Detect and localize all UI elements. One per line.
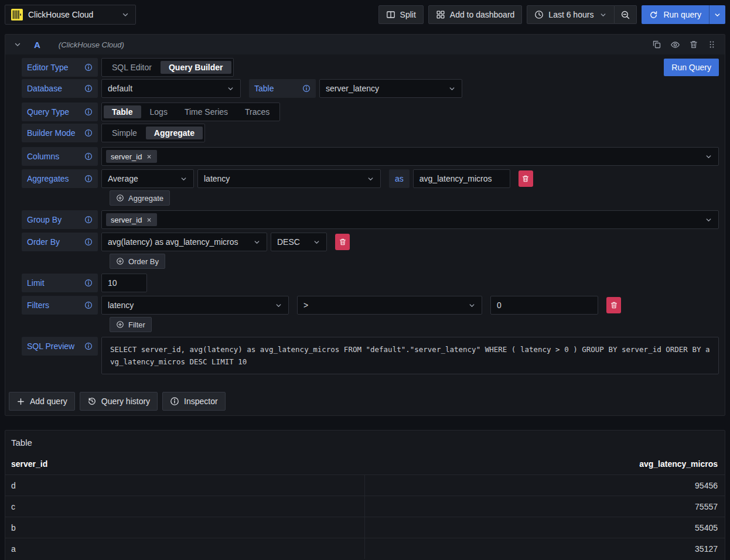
drag-grip-icon[interactable]	[707, 40, 717, 49]
columns-chip-server-id[interactable]: server_id	[106, 150, 157, 163]
field-label-columns: Columns	[22, 147, 98, 166]
table-row: d 95456	[5, 474, 725, 496]
remove-chip-icon[interactable]	[146, 217, 152, 223]
cell-avg-latency: 75557	[365, 496, 725, 517]
info-icon[interactable]	[84, 63, 93, 71]
remove-chip-icon[interactable]	[146, 153, 152, 160]
add-order-by-button[interactable]: Order By	[110, 254, 165, 269]
add-aggregate-button[interactable]: Aggregate	[110, 190, 170, 206]
field-label-builder-mode: Builder Mode	[22, 124, 98, 142]
delete-query-trash-icon[interactable]	[689, 40, 698, 49]
time-range-picker[interactable]: Last 6 hours	[527, 5, 615, 24]
chevron-down-icon	[705, 153, 712, 161]
info-icon[interactable]	[84, 152, 93, 161]
info-icon[interactable]	[84, 175, 93, 183]
sync-icon	[649, 11, 658, 19]
option-logs[interactable]: Logs	[142, 105, 176, 118]
add-to-dashboard-label: Add to dashboard	[450, 10, 515, 19]
remove-order-by-button[interactable]	[335, 234, 350, 250]
editor-run-query-button[interactable]: Run Query	[664, 59, 719, 76]
option-traces[interactable]: Traces	[237, 105, 278, 118]
datasource-picker-value: ClickHouse Cloud	[28, 10, 116, 19]
toolbar-actions: Split Add to dashboard Last 6 hours	[378, 5, 725, 24]
query-builder-body: Editor Type SQL Editor Query Builder Run…	[5, 54, 725, 374]
info-icon[interactable]	[84, 301, 93, 309]
filter-value-input[interactable]	[490, 296, 598, 315]
field-label-database: Database	[22, 79, 98, 98]
filter-operator-select[interactable]: >	[297, 296, 482, 315]
info-icon[interactable]	[84, 108, 93, 116]
toggle-visibility-eye-icon[interactable]	[670, 40, 680, 50]
option-time-series[interactable]: Time Series	[176, 105, 236, 118]
plus-icon	[16, 397, 25, 406]
option-sql-editor[interactable]: SQL Editor	[104, 61, 160, 74]
table-row: a 35127	[5, 538, 725, 559]
aggregate-column-select[interactable]: latency	[197, 169, 381, 188]
query-history-button[interactable]: Query history	[80, 392, 158, 411]
inspector-button[interactable]: Inspector	[162, 392, 226, 411]
cell-server-id: a	[5, 538, 365, 559]
collapse-chevron-icon[interactable]	[13, 40, 22, 49]
run-query-button[interactable]: Run query	[642, 5, 709, 24]
order-by-field-select[interactable]: avg(latency) as avg_latency_micros	[101, 233, 267, 251]
info-icon[interactable]	[84, 216, 93, 224]
column-header-server-id[interactable]: server_id	[11, 459, 47, 469]
datasource-picker[interactable]: ClickHouse Cloud	[5, 5, 136, 25]
split-button[interactable]: Split	[378, 5, 424, 24]
chevron-down-icon	[705, 216, 712, 224]
cell-server-id: d	[5, 475, 365, 496]
option-table[interactable]: Table	[104, 105, 141, 118]
clock-icon	[534, 10, 544, 19]
panel-title: Table	[5, 431, 725, 451]
builder-mode-options: Simple Aggregate	[101, 124, 205, 142]
add-query-button[interactable]: Add query	[9, 392, 75, 411]
field-label-editor-type: Editor Type	[22, 58, 98, 77]
group-by-chip-server-id[interactable]: server_id	[106, 213, 157, 226]
zoom-out-time-button[interactable]	[615, 5, 637, 24]
cell-avg-latency: 35127	[365, 538, 725, 559]
add-filter-button[interactable]: Filter	[110, 317, 152, 332]
database-select[interactable]: default	[101, 79, 241, 98]
field-label-table: Table	[249, 79, 316, 98]
table-select[interactable]: server_latency	[319, 79, 462, 98]
field-label-sql-preview: SQL Preview	[22, 337, 98, 356]
group-by-multiselect[interactable]: server_id	[101, 210, 719, 229]
query-editor-footer: Add query Query history Inspector	[5, 377, 725, 415]
query-row-header: A (ClickHouse Cloud)	[5, 35, 725, 54]
column-header-avg-latency-micros[interactable]: avg_latency_micros	[639, 459, 718, 469]
query-row-actions	[652, 40, 717, 50]
chevron-down-icon	[599, 11, 607, 19]
add-to-dashboard-button[interactable]: Add to dashboard	[428, 5, 523, 24]
duplicate-query-icon[interactable]	[652, 40, 661, 49]
info-icon[interactable]	[302, 84, 311, 93]
field-label-limit: Limit	[22, 274, 98, 292]
info-icon[interactable]	[84, 342, 93, 350]
chevron-down-icon	[121, 11, 129, 19]
info-icon[interactable]	[84, 279, 93, 287]
info-icon[interactable]	[84, 238, 93, 246]
remove-aggregate-button[interactable]	[518, 170, 533, 187]
limit-input[interactable]	[101, 274, 147, 292]
history-icon	[87, 397, 97, 406]
chevron-down-icon	[275, 302, 282, 309]
cell-server-id: b	[5, 517, 365, 538]
option-simple[interactable]: Simple	[104, 127, 145, 139]
filter-column-select[interactable]: latency	[101, 296, 289, 315]
aggregate-function-select[interactable]: Average	[101, 169, 194, 188]
info-icon[interactable]	[84, 129, 93, 137]
table-header-row: server_id avg_latency_micros	[5, 451, 725, 474]
remove-filter-button[interactable]	[606, 297, 621, 313]
query-ref-id[interactable]: A	[34, 40, 40, 50]
option-query-builder[interactable]: Query Builder	[161, 61, 231, 74]
table-row: c 75557	[5, 496, 725, 517]
results-table-panel: Table server_id avg_latency_micros d 954…	[5, 430, 725, 560]
info-icon[interactable]	[84, 84, 93, 93]
option-aggregate[interactable]: Aggregate	[146, 127, 203, 139]
aggregate-alias-input[interactable]	[413, 169, 510, 188]
field-label-aggregates: Aggregates	[22, 169, 98, 188]
columns-multiselect[interactable]: server_id	[101, 147, 719, 166]
order-by-direction-select[interactable]: DESC	[271, 233, 327, 251]
run-query-dropdown-button[interactable]	[709, 5, 725, 24]
chevron-down-icon	[468, 302, 476, 309]
chevron-down-icon	[714, 11, 721, 19]
